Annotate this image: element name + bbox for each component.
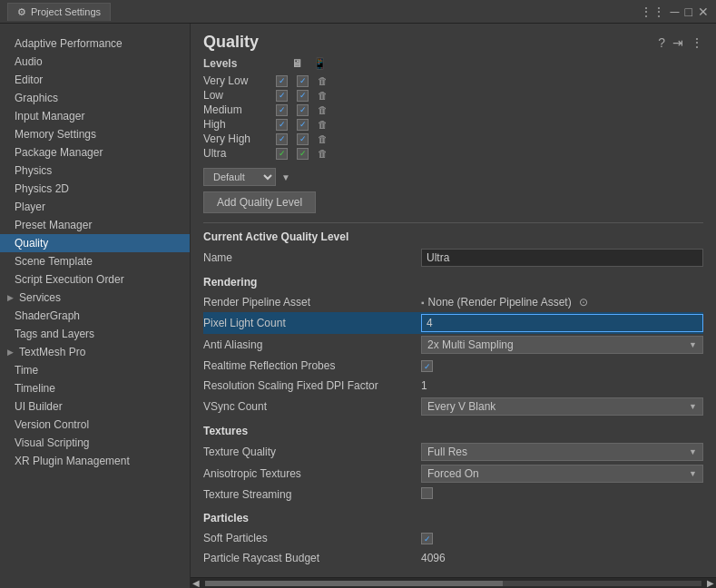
pc-checkbox[interactable] (276, 133, 288, 145)
field-row: Render Pipeline Asset▪None (Render Pipel… (203, 292, 703, 312)
delete-level-icon[interactable]: 🗑 (318, 119, 328, 130)
field-row: Particle Raycast Budget4096 (203, 548, 703, 568)
maximize-icon[interactable]: □ (685, 5, 692, 19)
field-row: Anti Aliasing2x Multi Sampling▼ (203, 334, 703, 356)
field-row: Realtime Reflection Probes (203, 356, 703, 376)
header-icons: ? ⇥ ⋮ (658, 35, 703, 50)
sidebar-item-audio[interactable]: Audio (0, 53, 190, 71)
kebab-icon[interactable]: ⋮⋮ (640, 5, 665, 19)
checkbox[interactable] (421, 487, 433, 499)
sidebar-item-input-manager[interactable]: Input Manager (0, 107, 190, 125)
dropdown-field[interactable]: Every V Blank▼ (421, 397, 703, 416)
sidebar-item-adaptive-performance[interactable]: Adaptive Performance (0, 34, 190, 53)
sidebar-item-timeline[interactable]: Timeline (0, 379, 190, 397)
name-label: Name (203, 251, 421, 264)
number-input[interactable] (421, 314, 703, 332)
dropdown-field[interactable]: Full Res▼ (421, 443, 703, 461)
minimize-icon[interactable]: ─ (671, 5, 680, 19)
level-name: Low (203, 89, 276, 102)
rendering-fields: RenderingRender Pipeline Asset▪None (Ren… (203, 276, 703, 577)
sidebar-item-editor[interactable]: Editor (0, 71, 190, 89)
sidebar-item-version-control[interactable]: Version Control (0, 416, 190, 434)
mobile-checkbox[interactable] (297, 148, 309, 160)
field-value: ▪None (Render Pipeline Asset)⊙ (421, 296, 703, 309)
asset-value: None (Render Pipeline Asset) (428, 296, 572, 309)
sidebar-item-memory-settings[interactable]: Memory Settings (0, 125, 190, 143)
field-label: Particle Raycast Budget (203, 552, 421, 564)
sidebar-item-visual-scripting[interactable]: Visual Scripting (0, 434, 190, 452)
field-label: Anti Aliasing (203, 338, 421, 351)
level-name: Very High (203, 132, 276, 145)
level-name: Medium (203, 103, 276, 116)
field-label: Realtime Reflection Probes (203, 359, 421, 372)
sidebar-item-textmesh-pro[interactable]: ▶TextMesh Pro (0, 343, 190, 361)
sidebar-item-player[interactable]: Player (0, 198, 190, 216)
sidebar-item-label: Preset Manager (15, 219, 92, 231)
sidebar-item-physics-2d[interactable]: Physics 2D (0, 180, 190, 198)
mobile-checkbox[interactable] (297, 90, 309, 102)
default-select[interactable]: Default (203, 168, 276, 186)
pc-checkbox[interactable] (276, 104, 288, 116)
link-icon[interactable]: ⊙ (579, 296, 588, 309)
mobile-checkbox[interactable] (297, 119, 309, 131)
pc-checkbox[interactable] (276, 148, 288, 160)
horizontal-scrollbar[interactable]: ◀ ▶ (191, 577, 716, 588)
sidebar-item-label: Timeline (15, 382, 55, 395)
content-header: Quality ? ⇥ ⋮ (191, 24, 716, 57)
level-row: Ultra🗑 (203, 146, 703, 161)
sidebar-item-quality[interactable]: Quality (0, 234, 190, 252)
dropdown-field[interactable]: Forced On▼ (421, 465, 703, 483)
sidebar-item-graphics[interactable]: Graphics (0, 89, 190, 107)
level-name: High (203, 118, 276, 131)
name-field-row: Name (203, 247, 703, 269)
scroll-right-arrow[interactable]: ▶ (705, 578, 716, 588)
sidebar-item-package-manager[interactable]: Package Manager (0, 143, 190, 162)
close-icon[interactable]: ✕ (698, 5, 709, 19)
sidebar-item-shadergraph[interactable]: ShaderGraph (0, 307, 190, 325)
pc-checkbox[interactable] (276, 75, 288, 87)
sidebar-item-script-execution-order[interactable]: Script Execution Order (0, 270, 190, 289)
pc-checkbox[interactable] (276, 119, 288, 131)
levels-header: Levels 🖥 📱 (203, 57, 703, 70)
help-icon[interactable]: ? (658, 35, 665, 50)
sidebar-item-tags-and-layers[interactable]: Tags and Layers (0, 325, 190, 343)
sidebar-item-services[interactable]: ▶Services (0, 289, 190, 307)
default-row: Default ▼ (203, 168, 703, 186)
sidebar-search-container (0, 27, 190, 34)
delete-level-icon[interactable]: 🗑 (318, 75, 328, 86)
sidebar-item-time[interactable]: Time (0, 361, 190, 379)
checkbox[interactable] (421, 533, 433, 544)
sidebar-item-xr-plugin-management[interactable]: XR Plugin Management (0, 452, 190, 470)
checkbox[interactable] (421, 360, 433, 372)
divider-1 (203, 222, 703, 223)
sidebar-item-label: Editor (15, 74, 43, 86)
sidebar-item-preset-manager[interactable]: Preset Manager (0, 216, 190, 234)
mobile-checkbox[interactable] (297, 104, 309, 116)
delete-level-icon[interactable]: 🗑 (318, 148, 328, 159)
sidebar-item-label: Services (19, 291, 61, 304)
mobile-icon: 📱 (313, 57, 327, 70)
scroll-left-arrow[interactable]: ◀ (191, 578, 201, 588)
layout-icon[interactable]: ⇥ (672, 35, 683, 50)
mobile-checkbox[interactable] (297, 75, 309, 87)
delete-level-icon[interactable]: 🗑 (318, 104, 328, 115)
name-input[interactable] (421, 249, 703, 267)
field-row: Pixel Light Count (203, 312, 703, 334)
field-label: Pixel Light Count (203, 317, 421, 329)
field-label: VSync Count (203, 400, 421, 413)
asset-field: ▪None (Render Pipeline Asset)⊙ (421, 296, 703, 309)
field-label: Texture Streaming (203, 488, 421, 501)
more-icon[interactable]: ⋮ (691, 35, 703, 50)
sidebar-item-scene-template[interactable]: Scene Template (0, 252, 190, 270)
sidebar-item-label: Memory Settings (15, 128, 96, 141)
mobile-checkbox[interactable] (297, 133, 309, 145)
delete-level-icon[interactable]: 🗑 (318, 90, 328, 101)
sidebar-item-ui-builder[interactable]: UI Builder (0, 397, 190, 416)
delete-level-icon[interactable]: 🗑 (318, 133, 328, 144)
pc-checkbox[interactable] (276, 90, 288, 102)
dropdown-field[interactable]: 2x Multi Sampling▼ (421, 336, 703, 354)
sidebar-item-label: ShaderGraph (15, 309, 80, 322)
sidebar-item-physics[interactable]: Physics (0, 162, 190, 180)
add-quality-level-button[interactable]: Add Quality Level (203, 191, 316, 213)
title-bar-tab[interactable]: ⚙ Project Settings (7, 3, 111, 21)
